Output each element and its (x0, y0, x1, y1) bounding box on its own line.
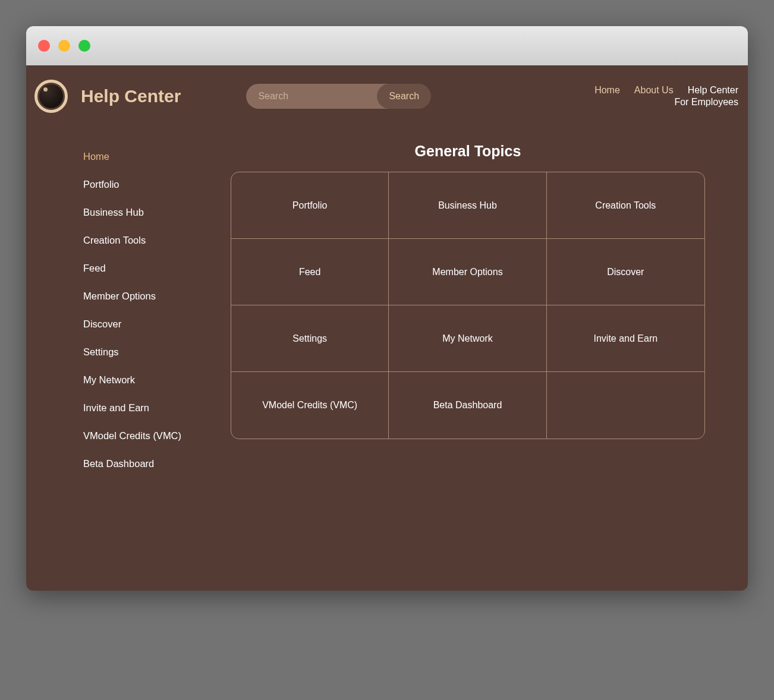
main: General Topics Portfolio Business Hub Cr… (216, 143, 741, 478)
nav-home[interactable]: Home (594, 85, 620, 96)
topic-tile-creation-tools[interactable]: Creation Tools (547, 172, 704, 239)
topic-tile-beta-dashboard[interactable]: Beta Dashboard (389, 372, 546, 439)
sidebar-item-invite-and-earn[interactable]: Invite and Earn (83, 394, 216, 422)
search-bar: Search (246, 84, 430, 109)
topic-tile-feed[interactable]: Feed (231, 239, 389, 305)
topic-tile-my-network[interactable]: My Network (389, 305, 546, 372)
nav-about-us[interactable]: About Us (634, 85, 674, 96)
page-title: Help Center (81, 86, 181, 106)
sidebar: Home Portfolio Business Hub Creation Too… (26, 143, 216, 478)
sidebar-item-settings[interactable]: Settings (83, 338, 216, 366)
window-controls (38, 40, 90, 52)
topic-tile-vmodel-credits[interactable]: VModel Credits (VMC) (231, 372, 389, 439)
search-button[interactable]: Search (377, 84, 431, 109)
sidebar-item-vmodel-credits[interactable]: VModel Credits (VMC) (83, 422, 216, 450)
brand: Help Center (34, 80, 181, 113)
topics-grid: Portfolio Business Hub Creation Tools Fe… (231, 172, 705, 439)
sidebar-item-my-network[interactable]: My Network (83, 366, 216, 394)
sidebar-item-portfolio[interactable]: Portfolio (83, 171, 216, 198)
sidebar-item-member-options[interactable]: Member Options (83, 282, 216, 310)
nav-help-center[interactable]: Help Center (688, 85, 738, 96)
nav-for-employees[interactable]: For Employees (674, 97, 738, 108)
top-nav: Home About Us Help Center For Employees (594, 85, 741, 108)
sidebar-item-home[interactable]: Home (83, 143, 216, 171)
minimize-icon[interactable] (58, 40, 70, 52)
sidebar-item-business-hub[interactable]: Business Hub (83, 198, 216, 226)
search-input[interactable] (258, 84, 377, 109)
header: Help Center Search Home About Us Help Ce… (26, 80, 748, 113)
maximize-icon[interactable] (78, 40, 90, 52)
sidebar-item-feed[interactable]: Feed (83, 254, 216, 282)
logo-icon (34, 80, 68, 113)
topic-tile-settings[interactable]: Settings (231, 305, 389, 372)
titlebar (26, 26, 748, 65)
sidebar-item-beta-dashboard[interactable]: Beta Dashboard (83, 450, 216, 478)
topic-tile-empty (547, 372, 704, 439)
sidebar-item-creation-tools[interactable]: Creation Tools (83, 226, 216, 254)
top-nav-row: Home About Us Help Center (594, 85, 738, 96)
topic-tile-invite-and-earn[interactable]: Invite and Earn (547, 305, 704, 372)
topic-tile-business-hub[interactable]: Business Hub (389, 172, 546, 239)
close-icon[interactable] (38, 40, 50, 52)
sidebar-item-discover[interactable]: Discover (83, 310, 216, 338)
topic-tile-portfolio[interactable]: Portfolio (231, 172, 389, 239)
section-title: General Topics (231, 143, 705, 160)
topic-tile-discover[interactable]: Discover (547, 239, 704, 305)
app-window: Help Center Search Home About Us Help Ce… (26, 26, 748, 591)
content-area: Help Center Search Home About Us Help Ce… (26, 65, 748, 502)
body: Home Portfolio Business Hub Creation Too… (26, 143, 748, 478)
topic-tile-member-options[interactable]: Member Options (389, 239, 546, 305)
